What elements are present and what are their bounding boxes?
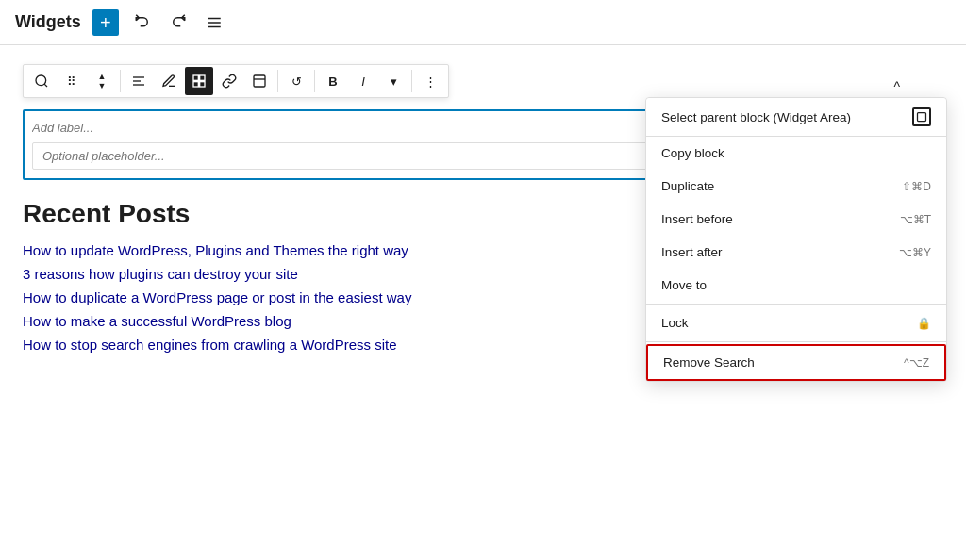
remove-search-shortcut: ^⌥Z xyxy=(904,356,929,370)
duplicate-shortcut: ⇧⌘D xyxy=(902,180,931,193)
rotate-btn[interactable]: ↺ xyxy=(282,67,310,95)
insert-before-label: Insert before xyxy=(661,212,733,226)
svg-rect-9 xyxy=(193,82,198,87)
toolbar-divider-2 xyxy=(277,70,278,92)
menu-separator-2 xyxy=(646,341,946,342)
toolbar-divider-1 xyxy=(120,70,121,92)
insert-after-item[interactable]: Insert after ⌥⌘Y xyxy=(646,236,946,269)
svg-rect-12 xyxy=(918,113,926,122)
block-toolbar: ⠿ ▲▼ ↺ B I ▾ xyxy=(23,64,449,98)
block-drag-btn[interactable]: ⠿ xyxy=(58,67,86,95)
redo-button[interactable] xyxy=(166,10,191,35)
widget-area-icon xyxy=(912,107,931,126)
svg-point-3 xyxy=(36,75,46,86)
svg-rect-11 xyxy=(254,75,265,87)
block-arrows-btn[interactable]: ▲▼ xyxy=(88,67,116,95)
toolbar-divider-4 xyxy=(411,70,412,92)
top-bar: Widgets + xyxy=(0,0,966,45)
insert-before-shortcut: ⌥⌘T xyxy=(900,213,931,226)
page-title: Widgets xyxy=(15,12,81,32)
menu-separator-1 xyxy=(646,304,946,305)
remove-search-label: Remove Search xyxy=(663,355,755,370)
insert-before-item[interactable]: Insert before ⌥⌘T xyxy=(646,203,946,236)
block-search-btn[interactable] xyxy=(27,67,56,95)
image-btn[interactable] xyxy=(245,67,274,95)
link-btn[interactable] xyxy=(215,67,243,95)
copy-block-item[interactable]: Copy block xyxy=(646,137,946,170)
lock-item[interactable]: Lock 🔒 xyxy=(646,306,946,339)
block-type-btn[interactable] xyxy=(185,67,213,95)
context-menu-select-parent[interactable]: Select parent block (Widget Area) xyxy=(646,98,946,137)
chevron-up-icon[interactable]: ^ xyxy=(893,79,900,94)
main-area: ⠿ ▲▼ ↺ B I ▾ xyxy=(0,45,966,560)
svg-rect-8 xyxy=(200,75,205,80)
duplicate-item[interactable]: Duplicate ⇧⌘D xyxy=(646,170,946,203)
undo-button[interactable] xyxy=(130,10,155,35)
move-to-label: Move to xyxy=(661,278,707,292)
more-format-btn[interactable]: ▾ xyxy=(379,67,408,95)
remove-search-item[interactable]: Remove Search ^⌥Z xyxy=(646,344,946,381)
select-parent-label: Select parent block (Widget Area) xyxy=(661,110,851,124)
toolbar-divider-3 xyxy=(314,70,315,92)
insert-after-label: Insert after xyxy=(661,245,723,259)
lock-icon: 🔒 xyxy=(917,317,931,330)
more-options-btn[interactable]: ⋮ xyxy=(416,67,444,95)
svg-rect-7 xyxy=(193,75,198,80)
editor-area: ⠿ ▲▼ ↺ B I ▾ xyxy=(0,45,966,560)
lock-label: Lock xyxy=(661,316,689,330)
duplicate-label: Duplicate xyxy=(661,179,714,193)
bold-btn[interactable]: B xyxy=(319,67,347,95)
svg-rect-10 xyxy=(200,82,205,87)
context-menu: Select parent block (Widget Area) Copy b… xyxy=(645,97,947,382)
list-view-button[interactable] xyxy=(202,10,226,35)
italic-btn[interactable]: I xyxy=(349,67,377,95)
add-block-button[interactable]: + xyxy=(92,9,119,36)
insert-after-shortcut: ⌥⌘Y xyxy=(899,246,931,259)
align-btn[interactable] xyxy=(125,67,153,95)
move-to-item[interactable]: Move to xyxy=(646,269,946,302)
highlight-btn[interactable] xyxy=(155,67,183,95)
copy-block-label: Copy block xyxy=(661,146,724,160)
